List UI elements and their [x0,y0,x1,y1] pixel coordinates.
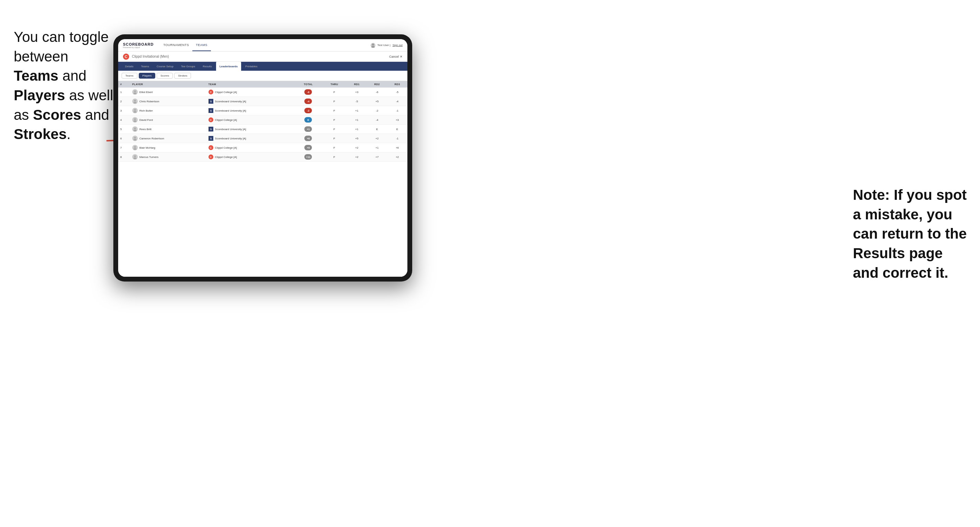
table-row: 1Elliot EbertCClippd College [A]-8F+3-6-… [118,87,407,97]
sign-out[interactable]: Sign out [393,44,402,47]
cell-rank: 4 [118,115,130,125]
cell-rd1: +2 [347,143,367,152]
right-annotation: Note: If you spot a mistake, you can ret… [853,186,970,283]
cell-rank: 5 [118,125,130,134]
tablet-screen: SCOREBOARD Powered by clippd TOURNAMENTS… [118,39,407,277]
nav-tournaments[interactable]: TOURNAMENTS [160,39,192,51]
cell-team: SScoreboard University [A] [207,125,295,134]
toggle-players[interactable]: Players [139,73,156,79]
scoreboard-logo: SCOREBOARD Powered by clippd [123,42,154,48]
cell-rank: 2 [118,97,130,106]
cell-total: -4 [295,97,322,106]
player-avatar [132,126,138,132]
cell-rank: 1 [118,87,130,97]
svg-point-26 [134,157,136,159]
cell-player: Rees Britt [130,125,207,134]
player-name: Rich Butler [140,109,153,112]
tab-results[interactable]: Results [199,62,215,71]
cell-total: +6 [295,134,322,143]
header-right: Test User | Sign out [371,43,402,48]
svg-text:S: S [210,128,212,130]
strokes-bold: Strokes [14,126,67,142]
toggle-teams[interactable]: Teams [122,73,137,79]
cell-rd1: +1 [347,106,367,115]
toggle-scores[interactable]: Scores [157,73,173,79]
tab-printables[interactable]: Printables [242,62,261,71]
svg-point-24 [134,148,136,150]
cell-rank: 3 [118,106,130,115]
player-avatar [132,108,138,113]
table-row: 3Rich ButlerSScoreboard University [A]-2… [118,106,407,115]
cell-rd2: +5 [367,97,387,106]
svg-point-19 [134,137,136,139]
tab-course-setup[interactable]: Course Setup [153,62,177,71]
svg-point-2 [371,46,374,48]
tab-leaderboards[interactable]: Leaderboards [216,62,241,71]
tab-tee-groups[interactable]: Tee Groups [178,62,199,71]
table-row: 4David FordCClippd College [A]EF+1-4+3 [118,115,407,125]
user-label: Test User | [377,44,391,47]
logo-title: SCOREBOARD [123,42,154,46]
scores-bold: Scores [33,107,81,123]
note-bold: Note: If you spot a mistake, you can ret… [853,187,967,281]
cell-thru: F [322,125,347,134]
nav-teams[interactable]: TEAMS [192,39,211,51]
player-avatar [132,145,138,150]
col-rd1: RD1 [347,81,367,87]
cell-team: CClippd College [A] [207,143,295,152]
team-logo: S [208,127,213,132]
cell-rd1: +2 [347,152,367,162]
tournament-logo: C [123,54,129,60]
svg-point-14 [134,121,136,122]
cell-team: SScoreboard University [A] [207,97,295,106]
col-player: PLAYER [130,81,207,87]
col-rank: # [118,81,130,87]
toggle-bar: Teams Players Scores Strokes [118,71,407,81]
svg-point-1 [372,43,374,45]
cell-rd2: E [367,125,387,134]
player-name: David Ford [140,119,153,122]
cell-player: David Ford [130,115,207,125]
table-header-row: # PLAYER TEAM TOTAL THRU RD1 RD2 RD3 [118,81,407,87]
teams-bold: Teams [14,68,58,84]
table-row: 2Chris RobertsonSScoreboard University [… [118,97,407,106]
cell-rd3: E [387,125,407,134]
team-logo: C [208,145,213,150]
table-row: 7Blair McHargCClippd College [A]+9F+2+1+… [118,143,407,152]
cell-team: CClippd College [A] [207,115,295,125]
player-name: Blair McHarg [140,146,155,149]
svg-text:S: S [210,137,212,140]
col-rd3: RD3 [387,81,407,87]
logo-subtitle: Powered by clippd [123,46,154,48]
cell-rd1: -5 [347,97,367,106]
cell-rank: 8 [118,152,130,162]
team-name: Clippd College [A] [215,156,237,159]
svg-point-25 [134,156,136,157]
svg-point-23 [134,146,136,148]
toggle-strokes[interactable]: Strokes [174,73,191,79]
col-rd2: RD2 [367,81,387,87]
cell-player: Chris Robertson [130,97,207,106]
cell-thru: F [322,143,347,152]
col-thru: THRU [322,81,347,87]
cell-team: SScoreboard University [A] [207,134,295,143]
cancel-button[interactable]: Cancel ✕ [389,55,402,58]
tablet-frame: SCOREBOARD Powered by clippd TOURNAMENTS… [113,34,412,281]
user-avatar [371,43,375,48]
svg-text:S: S [210,110,212,112]
tab-details[interactable]: Details [122,62,137,71]
cell-player: Cameron Robertson [130,134,207,143]
table-row: 8Marcus TurnersCClippd College [A]+11F+2… [118,152,407,162]
player-name: Cameron Robertson [140,137,164,140]
team-logo: C [208,117,213,122]
cell-rd1: +1 [347,125,367,134]
cell-thru: F [322,106,347,115]
tab-teams[interactable]: Teams [137,62,153,71]
cell-rd2: +7 [367,152,387,162]
cell-rd3: -1 [387,106,407,115]
cell-rd2: -4 [367,115,387,125]
cell-rd1: +1 [347,115,367,125]
tab-navigation: Details Teams Course Setup Tee Groups Re… [118,62,407,71]
svg-text:S: S [210,100,212,103]
svg-point-4 [134,93,136,94]
